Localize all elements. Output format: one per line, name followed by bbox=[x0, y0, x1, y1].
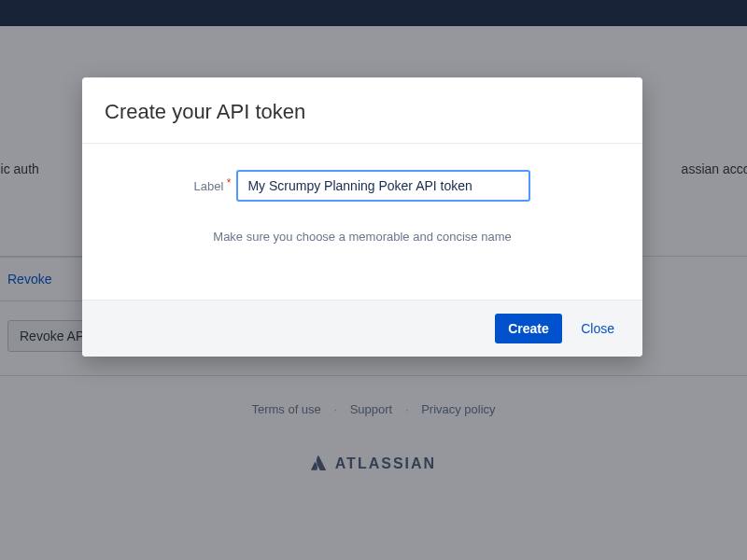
label-field-label: Label * bbox=[194, 179, 230, 193]
modal-footer: Create Close bbox=[82, 300, 642, 357]
create-button[interactable]: Create bbox=[495, 314, 562, 343]
label-form-row: Label * bbox=[105, 170, 620, 202]
required-star-icon: * bbox=[227, 176, 232, 189]
modal-body: Label * Make sure you choose a memorable… bbox=[82, 144, 642, 300]
label-text: Label bbox=[194, 179, 224, 193]
create-api-token-modal: Create your API token Label * Make sure … bbox=[82, 77, 642, 357]
token-label-input[interactable] bbox=[236, 170, 530, 202]
label-hint-text: Make sure you choose a memorable and con… bbox=[105, 230, 620, 244]
close-button[interactable]: Close bbox=[571, 314, 624, 343]
modal-title: Create your API token bbox=[105, 100, 620, 124]
modal-header: Create your API token bbox=[82, 77, 642, 144]
